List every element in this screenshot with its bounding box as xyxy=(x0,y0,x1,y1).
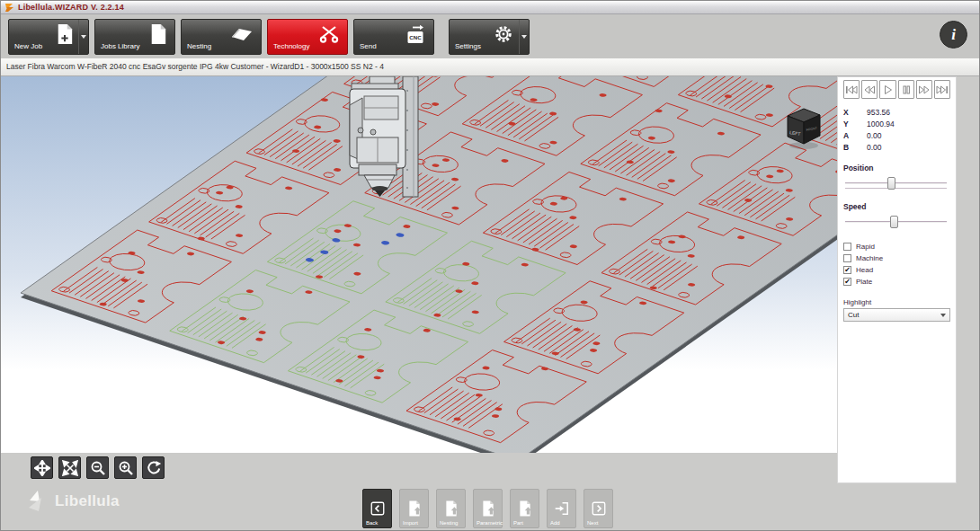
position-label: Position xyxy=(843,164,950,173)
brand-name: Libellula xyxy=(55,492,120,510)
settings-gear-icon xyxy=(493,23,514,48)
play-button[interactable] xyxy=(879,80,895,99)
import-button[interactable]: Import xyxy=(399,489,429,528)
reset-view-button[interactable] xyxy=(142,456,165,479)
axis-y-label: Y xyxy=(843,119,867,128)
jobs-library-document-icon xyxy=(149,23,167,48)
axis-a-value: 0.00 xyxy=(867,131,882,140)
step-back-icon xyxy=(863,84,876,95)
axis-y-value: 1000.94 xyxy=(867,119,895,128)
machine-description: Laser Fibra Warcom W-FibeR 2040 cnc EsaG… xyxy=(6,62,384,71)
part-button[interactable]: Part xyxy=(510,489,539,528)
window-title: Libellula.WIZARD V. 2.2.14 xyxy=(18,3,124,12)
toolbar-button-label: Send xyxy=(360,42,377,50)
svg-text:CNC: CNC xyxy=(409,34,422,40)
skip-to-end-button[interactable] xyxy=(934,80,950,99)
nesting-document-icon xyxy=(443,500,459,517)
coordinate-readout: X953.56 Y1000.94 A0.00 B0.00 xyxy=(843,106,950,153)
zoom-fit-icon xyxy=(62,460,78,476)
send-cnc-icon: CNC xyxy=(405,23,426,49)
reset-view-icon xyxy=(146,460,162,476)
wizard-navigation: Back Import Nesting Parametric Part Add … xyxy=(362,489,613,528)
speed-slider[interactable] xyxy=(843,215,950,230)
pause-button[interactable] xyxy=(898,80,914,99)
axis-x-value: 953.56 xyxy=(867,108,890,117)
skip-to-start-icon xyxy=(845,84,858,95)
position-slider-thumb[interactable] xyxy=(887,177,895,190)
nesting-scene: LEFT FRONT xyxy=(1,76,837,453)
transport-controls xyxy=(843,80,950,99)
machine-checkbox[interactable]: Machine xyxy=(843,252,950,264)
position-slider-track xyxy=(845,182,947,184)
axis-b-label: B xyxy=(843,143,867,152)
simulation-panel: X953.56 Y1000.94 A0.00 B0.00 Position Sp… xyxy=(837,76,957,483)
speed-slider-thumb[interactable] xyxy=(890,216,898,228)
technology-scissors-icon xyxy=(318,23,340,48)
brand-logo: Libellula xyxy=(28,490,120,513)
machine-status-bar: Laser Fibra Warcom W-FibeR 2040 cnc EsaG… xyxy=(1,58,979,76)
back-button[interactable]: Back xyxy=(362,489,392,528)
nesting-sheet-icon xyxy=(230,23,254,46)
app-logo-icon xyxy=(4,3,14,13)
pause-icon xyxy=(900,84,913,95)
3d-viewport[interactable]: LEFT FRONT xyxy=(1,76,837,453)
rapid-checkbox[interactable]: Rapid xyxy=(843,241,950,252)
toolbar-technology-button[interactable]: Technology xyxy=(267,19,348,55)
new-job-document-plus-icon xyxy=(56,23,74,48)
title-bar: Libellula.WIZARD V. 2.2.14 xyxy=(1,1,979,14)
toolbar-button-label: Jobs Library xyxy=(101,42,140,50)
position-slider-tick-line xyxy=(845,188,947,189)
machine-checkbox-box[interactable] xyxy=(843,254,851,262)
info-button[interactable]: i xyxy=(940,21,967,49)
speed-label: Speed xyxy=(843,202,950,211)
toolbar-new-job-button[interactable]: New Job xyxy=(8,19,89,55)
settings-dropdown-arrow-icon[interactable] xyxy=(519,20,529,54)
highlight-dropdown[interactable]: Cut xyxy=(843,308,950,322)
step-back-button[interactable] xyxy=(861,80,878,99)
toolbar-send-button[interactable]: CNC Send xyxy=(353,19,434,55)
zoom-in-button[interactable] xyxy=(114,456,137,479)
back-icon xyxy=(370,500,386,517)
axis-a-label: A xyxy=(843,131,867,140)
rapid-checkbox-box[interactable] xyxy=(843,243,851,251)
add-button[interactable]: Add xyxy=(547,489,576,528)
plate-checkbox[interactable]: ✔Plate xyxy=(843,276,950,288)
pan-icon xyxy=(34,460,50,476)
toolbar-nesting-button[interactable]: Nesting xyxy=(181,19,262,55)
parametric-button[interactable]: Parametric xyxy=(473,489,503,528)
nesting-button[interactable]: Nesting xyxy=(436,489,466,528)
part-document-icon xyxy=(517,500,533,517)
toolbar-jobs-library-button[interactable]: Jobs Library xyxy=(94,19,175,55)
dragonfly-icon xyxy=(28,490,49,513)
pan-button[interactable] xyxy=(31,456,53,479)
new-job-dropdown-arrow-icon[interactable] xyxy=(78,20,88,54)
zoom-fit-button[interactable] xyxy=(58,456,81,479)
position-slider[interactable] xyxy=(843,176,950,191)
toolbar-button-label: New Job xyxy=(14,42,42,50)
chevron-down-icon xyxy=(940,314,946,317)
plate-checkbox-box[interactable]: ✔ xyxy=(843,278,851,286)
layer-checkboxes: Rapid Machine ✔Head ✔Plate xyxy=(843,241,950,288)
parametric-document-icon xyxy=(480,500,496,517)
axis-x-label: X xyxy=(843,108,867,117)
toolbar-settings-button[interactable]: Settings xyxy=(449,19,530,55)
main-toolbar: New Job Jobs Library Nesting Technology … xyxy=(1,14,979,58)
view-tools xyxy=(31,456,165,479)
highlight-selected-value: Cut xyxy=(848,311,859,319)
step-forward-button[interactable] xyxy=(916,80,932,99)
highlight-label: Highlight xyxy=(843,298,950,306)
skip-to-end-icon xyxy=(936,84,949,95)
toolbar-button-label: Settings xyxy=(455,42,481,50)
toolbar-button-label: Nesting xyxy=(187,42,211,50)
info-icon: i xyxy=(951,26,956,44)
play-icon xyxy=(881,84,894,95)
toolbar-button-label: Technology xyxy=(273,42,309,50)
content-area: LEFT FRONT xyxy=(1,76,979,531)
skip-to-start-button[interactable] xyxy=(843,80,860,99)
zoom-out-icon xyxy=(90,460,106,476)
head-checkbox[interactable]: ✔Head xyxy=(843,264,950,276)
head-checkbox-box[interactable]: ✔ xyxy=(843,266,851,274)
next-button[interactable]: Next xyxy=(584,489,613,528)
axis-b-value: 0.00 xyxy=(867,143,882,152)
zoom-out-button[interactable] xyxy=(86,456,109,479)
